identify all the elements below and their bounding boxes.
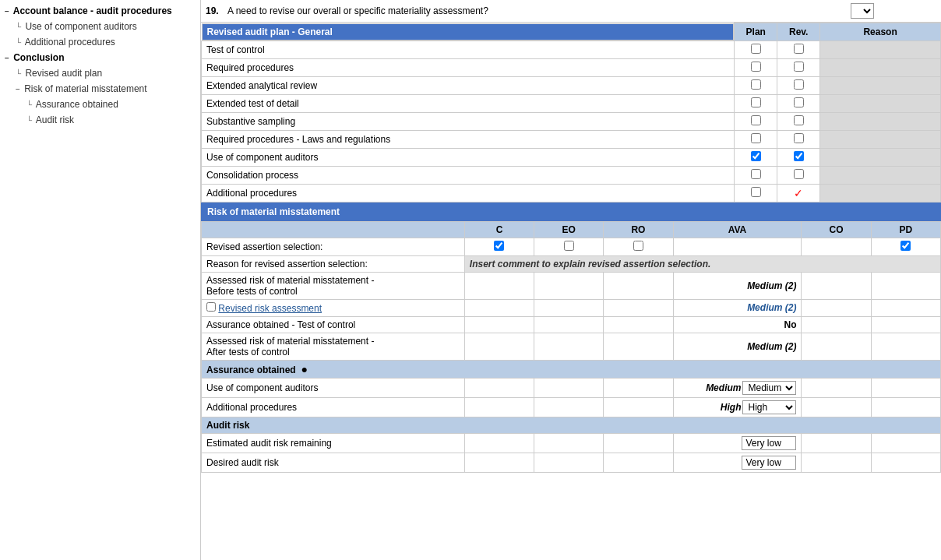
cb-ava[interactable]: [673, 238, 802, 255]
revised-risk-checkbox[interactable]: [206, 302, 216, 312]
row-label: Revised assertion selection:: [202, 238, 465, 255]
checkbox-plan[interactable]: [751, 44, 761, 54]
medium-dropdown[interactable]: MediumHighLow: [742, 381, 796, 395]
checkbox-plan[interactable]: [751, 133, 761, 143]
leaf-icon: └: [26, 116, 32, 125]
cb-ro[interactable]: [604, 238, 673, 255]
sidebar-item-revised-audit-plan[interactable]: └ Revised audit plan: [0, 65, 200, 81]
cell-pd: [871, 316, 940, 333]
cb-rev[interactable]: [777, 166, 820, 184]
row-label: Test of control: [202, 41, 735, 58]
cell-ro: [604, 272, 673, 299]
cb-rev[interactable]: [777, 41, 820, 58]
cb-rev[interactable]: [777, 148, 820, 166]
sidebar-item-label: Risk of material misstatement: [24, 83, 146, 94]
sidebar-item-assurance-obtained[interactable]: └ Assurance obtained: [0, 97, 200, 112]
sidebar: − Account balance - audit procedures └ U…: [0, 0, 201, 560]
table-row: Revised assertion selection:: [202, 238, 941, 255]
estimated-risk-input[interactable]: [742, 436, 796, 450]
cb-plan[interactable]: [735, 58, 777, 76]
table-row: Assessed risk of material misstatement -…: [202, 272, 941, 299]
cb-rev[interactable]: [777, 130, 820, 148]
checkbox-plan[interactable]: [751, 187, 761, 197]
desired-risk-input[interactable]: [742, 456, 796, 470]
info-icon: ●: [301, 363, 307, 375]
cell-eo: [534, 299, 604, 316]
cb-plan[interactable]: [735, 76, 777, 94]
leaf-icon: └: [26, 100, 32, 109]
row-label: Assessed risk of material misstatement -…: [202, 333, 465, 360]
assurance-section-header: Assurance obtained ●: [202, 360, 941, 378]
checkbox-c[interactable]: [494, 241, 504, 251]
cell-ava-component[interactable]: Medium MediumHighLow: [673, 378, 802, 397]
checkbox-plan[interactable]: [751, 151, 761, 161]
checkbox-plan[interactable]: [751, 97, 761, 107]
question-dropdown[interactable]: - Yes No: [851, 3, 874, 19]
cell-ava-desired[interactable]: [673, 453, 802, 472]
checkbox-rev[interactable]: [794, 62, 804, 72]
cb-rev[interactable]: [777, 58, 820, 76]
cell-reason: [820, 184, 941, 202]
cb-plan[interactable]: [735, 41, 777, 58]
row-label: Substantive sampling: [202, 112, 735, 130]
cb-rev[interactable]: ✓: [777, 184, 820, 202]
checkbox-eo[interactable]: [564, 241, 574, 251]
cell-ro: [604, 378, 673, 397]
table-row: Audit risk: [202, 417, 941, 433]
sidebar-item-audit-risk[interactable]: └ Audit risk: [0, 112, 200, 128]
checkbox-rev[interactable]: [794, 97, 804, 107]
checkbox-rev[interactable]: [794, 79, 804, 90]
cb-plan[interactable]: [735, 184, 777, 202]
cb-plan[interactable]: [735, 148, 777, 166]
cell-ro: [604, 433, 673, 453]
sidebar-item-additional-procedures[interactable]: └ Additional procedures: [0, 34, 200, 50]
leaf-icon: └: [16, 23, 21, 31]
row-label: Extended analytical review: [202, 76, 735, 94]
row-label: Assessed risk of material misstatement -…: [202, 272, 465, 299]
high-dropdown[interactable]: HighMediumLow: [742, 400, 796, 414]
cb-rev[interactable]: [777, 112, 820, 130]
checkbox-rev[interactable]: [794, 151, 804, 161]
checkbox-rev[interactable]: [794, 115, 804, 125]
revised-risk-link[interactable]: Revised risk assessment: [218, 303, 322, 314]
cell-ro: [604, 316, 673, 333]
checkbox-ro[interactable]: [633, 241, 643, 251]
cb-plan[interactable]: [735, 130, 777, 148]
cb-c[interactable]: [464, 238, 534, 255]
cb-plan[interactable]: [735, 112, 777, 130]
sidebar-item-account-balance[interactable]: − Account balance - audit procedures: [0, 3, 200, 19]
table-row: Revised risk assessment Medium (2): [202, 299, 941, 316]
checkbox-plan[interactable]: [751, 115, 761, 125]
cell-eo: [534, 272, 604, 299]
row-label: Consolidation process: [202, 166, 735, 184]
cb-pd[interactable]: [871, 238, 940, 255]
cell-ava-additional[interactable]: High HighMediumLow: [673, 397, 802, 417]
cell-reason: [820, 76, 941, 94]
cb-plan[interactable]: [735, 94, 777, 112]
checkbox-plan[interactable]: [751, 62, 761, 72]
checkbox-rev[interactable]: [794, 169, 804, 179]
table-row: Additional procedures High HighMediumLow: [202, 397, 941, 417]
checkbox-plan[interactable]: [751, 169, 761, 179]
cb-plan[interactable]: [735, 166, 777, 184]
cell-pd: [871, 378, 940, 397]
checkbox-rev[interactable]: [794, 133, 804, 143]
checkbox-plan[interactable]: [751, 79, 761, 90]
sidebar-item-risk-material-misstatement[interactable]: − Risk of material misstatement: [0, 81, 200, 97]
cell-ro: [604, 397, 673, 417]
row-label: Additional procedures: [202, 184, 735, 202]
table-row: Reason for revised assertion selection: …: [202, 255, 941, 272]
cb-rev[interactable]: [777, 94, 820, 112]
expand-icon: −: [5, 54, 9, 62]
cell-eo: [534, 333, 604, 360]
sidebar-item-use-component-auditors[interactable]: └ Use of component auditors: [0, 19, 200, 34]
cell-pd: [871, 299, 940, 316]
cell-ava-estimated[interactable]: [673, 433, 802, 453]
sidebar-item-conclusion[interactable]: − Conclusion: [0, 50, 200, 65]
reason-text: Insert comment to explain revised assert…: [464, 255, 940, 272]
cb-rev[interactable]: [777, 76, 820, 94]
cb-co[interactable]: [802, 238, 871, 255]
checkbox-rev[interactable]: [794, 44, 804, 54]
cb-eo[interactable]: [534, 238, 604, 255]
checkbox-pd[interactable]: [900, 241, 911, 251]
